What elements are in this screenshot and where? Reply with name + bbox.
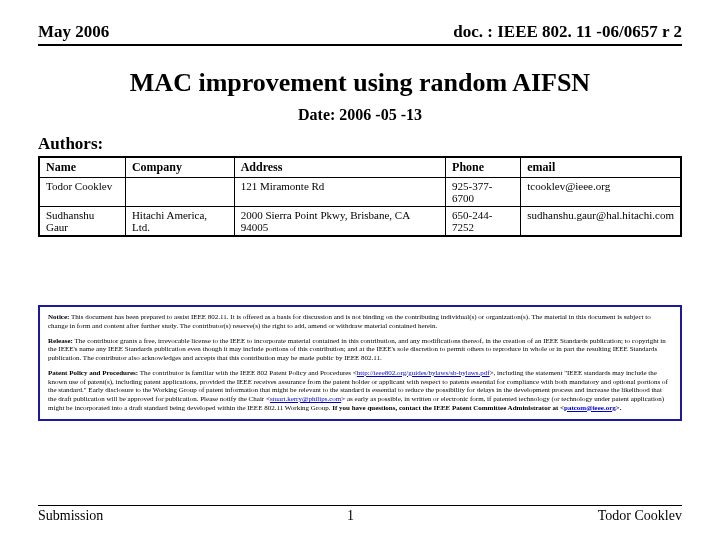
patent-lead: Patent Policy and Procedures: — [48, 369, 138, 377]
page-title: MAC improvement using random AIFSN — [38, 68, 682, 98]
chair-email-link[interactable]: stuart.kerry@philips.com — [270, 395, 341, 403]
patent-bold-tail: If you have questions, contact the IEEE … — [332, 404, 564, 412]
cell-company — [125, 178, 234, 207]
notice-box: Notice: This document has been prepared … — [38, 305, 682, 421]
cell-phone: 925-377-6700 — [446, 178, 521, 207]
page-footer: Submission 1 Todor Cooklev — [38, 505, 682, 524]
release-lead: Release: — [48, 337, 73, 345]
header-date: May 2006 — [38, 22, 109, 42]
cell-address: 2000 Sierra Point Pkwy, Brisbane, CA 940… — [234, 207, 445, 237]
cell-address: 121 Miramonte Rd — [234, 178, 445, 207]
cell-name: Sudhanshu Gaur — [39, 207, 125, 237]
th-phone: Phone — [446, 157, 521, 178]
authors-table: Name Company Address Phone email Todor C… — [38, 156, 682, 237]
patent-tail: >. — [616, 404, 622, 412]
notice-body: This document has been prepared to assis… — [48, 313, 651, 330]
th-address: Address — [234, 157, 445, 178]
cell-email: sudhanshu.gaur@hal.hitachi.com — [521, 207, 681, 237]
table-row: Sudhanshu Gaur Hitachi America, Ltd. 200… — [39, 207, 681, 237]
header-docid: doc. : IEEE 802. 11 -06/0657 r 2 — [453, 22, 682, 42]
authors-label: Authors: — [38, 134, 682, 154]
table-row: Todor Cooklev 121 Miramonte Rd 925-377-6… — [39, 178, 681, 207]
th-email: email — [521, 157, 681, 178]
page-header: May 2006 doc. : IEEE 802. 11 -06/0657 r … — [38, 22, 682, 46]
cell-email: tcooklev@ieee.org — [521, 178, 681, 207]
release-body: The contributor grants a free, irrevocab… — [48, 337, 666, 363]
footer-page-number: 1 — [347, 508, 354, 524]
bylaws-link[interactable]: http://ieee802.org/guides/bylaws/sb-byla… — [357, 369, 490, 377]
cell-company: Hitachi America, Ltd. — [125, 207, 234, 237]
cell-phone: 650-244-7252 — [446, 207, 521, 237]
notice-paragraph: Notice: This document has been prepared … — [48, 313, 672, 331]
th-company: Company — [125, 157, 234, 178]
patent-paragraph: Patent Policy and Procedures: The contri… — [48, 369, 672, 413]
footer-author: Todor Cooklev — [598, 508, 682, 524]
doc-date: Date: 2006 -05 -13 — [38, 106, 682, 124]
release-paragraph: Release: The contributor grants a free, … — [48, 337, 672, 363]
th-name: Name — [39, 157, 125, 178]
patent-body-a: The contributor is familiar with the IEE… — [138, 369, 357, 377]
notice-lead: Notice: — [48, 313, 69, 321]
table-header-row: Name Company Address Phone email — [39, 157, 681, 178]
cell-name: Todor Cooklev — [39, 178, 125, 207]
patcom-link[interactable]: patcom@ieee.org — [564, 404, 616, 412]
footer-left: Submission — [38, 508, 103, 524]
